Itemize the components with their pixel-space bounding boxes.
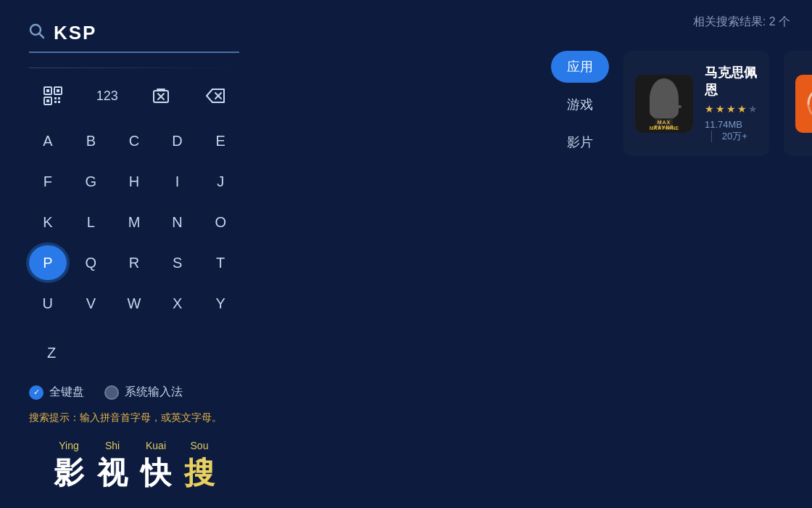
svg-rect-25 xyxy=(668,105,682,108)
app-icon-max-payne: MAX PAYNE xyxy=(635,75,693,133)
backspace-key[interactable] xyxy=(194,80,236,112)
svg-rect-8 xyxy=(54,97,57,99)
search-divider xyxy=(29,67,239,68)
search-tip-hint: 输入拼音首字母，或英文字母。 xyxy=(80,411,222,423)
svg-rect-5 xyxy=(57,89,59,92)
key-L[interactable]: L xyxy=(72,205,110,239)
app-stars: ★★★★★ xyxy=(705,103,758,115)
key-B[interactable]: B xyxy=(72,123,110,158)
brand-pinyin-0: Ying xyxy=(47,440,91,451)
key-T[interactable]: T xyxy=(202,245,239,280)
system-input-indicator xyxy=(104,385,119,400)
brand-chars: 影视快搜 xyxy=(47,453,221,493)
key-C[interactable]: C xyxy=(115,123,153,158)
key-Q[interactable]: Q xyxy=(72,245,110,280)
star-filled: ★ xyxy=(705,103,714,115)
cat-tab-movies[interactable]: 影片 xyxy=(551,126,609,158)
full-keyboard-indicator xyxy=(29,385,44,400)
full-keyboard-option[interactable]: 全键盘 xyxy=(29,385,84,400)
key-N[interactable]: N xyxy=(159,205,196,239)
star-empty: ★ xyxy=(748,103,758,115)
key-V[interactable]: V xyxy=(72,286,110,321)
svg-rect-24 xyxy=(666,118,673,128)
keyboard-grid: ABCDEFGHIJKLMNOPQRSTUVWXY xyxy=(29,123,239,321)
special-keys-row: 123 xyxy=(29,80,239,112)
search-bar: KSP xyxy=(29,22,239,53)
star-half: ★ xyxy=(737,103,747,115)
svg-rect-3 xyxy=(46,89,49,92)
svg-rect-7 xyxy=(46,99,49,102)
svg-rect-11 xyxy=(58,101,60,103)
key-K[interactable]: K xyxy=(29,205,67,239)
svg-text:MAX PAYNE: MAX PAYNE xyxy=(650,126,679,131)
search-icon xyxy=(29,23,45,43)
svg-rect-20 xyxy=(653,99,675,119)
app-size: 11.74MB xyxy=(705,119,742,130)
key-S[interactable]: S xyxy=(159,245,196,280)
brand-area: YingShiKuaiSou 影视快搜 xyxy=(29,440,239,493)
app-downloads: 20万+ xyxy=(722,131,747,142)
meta-sep: │ xyxy=(709,131,715,142)
search-query: KSP xyxy=(54,22,96,44)
key-A[interactable]: A xyxy=(29,123,67,158)
key-W[interactable]: W xyxy=(115,286,153,321)
svg-rect-22 xyxy=(670,100,679,115)
key-J[interactable]: J xyxy=(202,164,239,199)
svg-rect-21 xyxy=(650,100,658,115)
key-X[interactable]: X xyxy=(159,286,196,321)
cat-tab-games[interactable]: 游戏 xyxy=(551,89,609,120)
brand-pinyin-1: Shi xyxy=(91,440,134,451)
key-I[interactable]: I xyxy=(159,164,196,199)
key-O[interactable]: O xyxy=(202,205,239,239)
search-tip: 搜索提示：输入拼音首字母，或英文字母。 xyxy=(29,411,239,425)
brand-char-1: 视 xyxy=(91,453,134,493)
svg-point-19 xyxy=(657,82,671,99)
app-icon-cibn xyxy=(795,75,812,133)
key-P[interactable]: P xyxy=(29,245,67,280)
app-name: 马克思佩恩 xyxy=(705,64,758,99)
full-keyboard-label: 全键盘 xyxy=(49,385,84,400)
app-info: 马克思佩恩 ★★★★★ 11.74MB │ 20万+ xyxy=(705,64,758,143)
key-Z[interactable]: Z xyxy=(32,335,71,370)
key-H[interactable]: H xyxy=(115,164,153,199)
right-panel: 相关搜索结果: 2 个 应用游戏影片 MAX PAYNE 马克思佩恩 ★★★★ xyxy=(268,0,812,508)
brand-pinyin-3: Sou xyxy=(178,440,221,451)
delete-all-key[interactable] xyxy=(140,80,182,112)
star-filled: ★ xyxy=(716,103,725,115)
app-cards: MAX PAYNE 马克思佩恩 ★★★★★ 11.74MB │ 20万+ CIB… xyxy=(624,51,790,156)
key-E[interactable]: E xyxy=(202,123,239,158)
app-card-max-payne[interactable]: MAX PAYNE 马克思佩恩 ★★★★★ 11.74MB │ 20万+ xyxy=(624,51,769,156)
system-input-option[interactable]: 系统输入法 xyxy=(104,385,183,400)
svg-line-1 xyxy=(40,34,44,38)
key-R[interactable]: R xyxy=(115,245,153,280)
brand-char-2: 快 xyxy=(134,453,178,493)
category-tabs: 应用游戏影片 xyxy=(551,51,609,158)
app-card-cibn[interactable]: CIBN酷视频 ★★★★★ 7.19MB │ 5万+ xyxy=(784,51,812,156)
svg-rect-23 xyxy=(655,118,663,128)
key-M[interactable]: M xyxy=(115,205,153,239)
key-F[interactable]: F xyxy=(29,164,67,199)
svg-rect-9 xyxy=(58,97,60,99)
key-G[interactable]: G xyxy=(72,164,110,199)
key-Y[interactable]: Y xyxy=(202,286,239,321)
system-input-label: 系统输入法 xyxy=(125,385,183,400)
app-meta: 11.74MB │ 20万+ xyxy=(705,119,758,143)
star-filled: ★ xyxy=(726,103,736,115)
input-method-row: 全键盘 系统输入法 xyxy=(29,385,239,400)
brand-char-0: 影 xyxy=(47,453,91,493)
z-row: Z xyxy=(29,335,239,370)
cat-tab-apps[interactable]: 应用 xyxy=(551,51,609,83)
search-tip-prefix: 搜索提示： xyxy=(29,411,80,423)
qr-code-key[interactable] xyxy=(32,80,74,112)
brand-pinyin: YingShiKuaiSou xyxy=(47,440,221,451)
svg-rect-10 xyxy=(54,101,57,103)
result-count: 相关搜索结果: 2 个 xyxy=(283,15,790,30)
key-D[interactable]: D xyxy=(159,123,196,158)
key-U[interactable]: U xyxy=(29,286,67,321)
left-panel: KSP 123 xyxy=(0,0,268,508)
numbers-key[interactable]: 123 xyxy=(86,80,128,112)
svg-rect-18 xyxy=(635,75,693,133)
brand-pinyin-2: Kuai xyxy=(134,440,178,451)
brand-char-3: 搜 xyxy=(178,453,221,493)
